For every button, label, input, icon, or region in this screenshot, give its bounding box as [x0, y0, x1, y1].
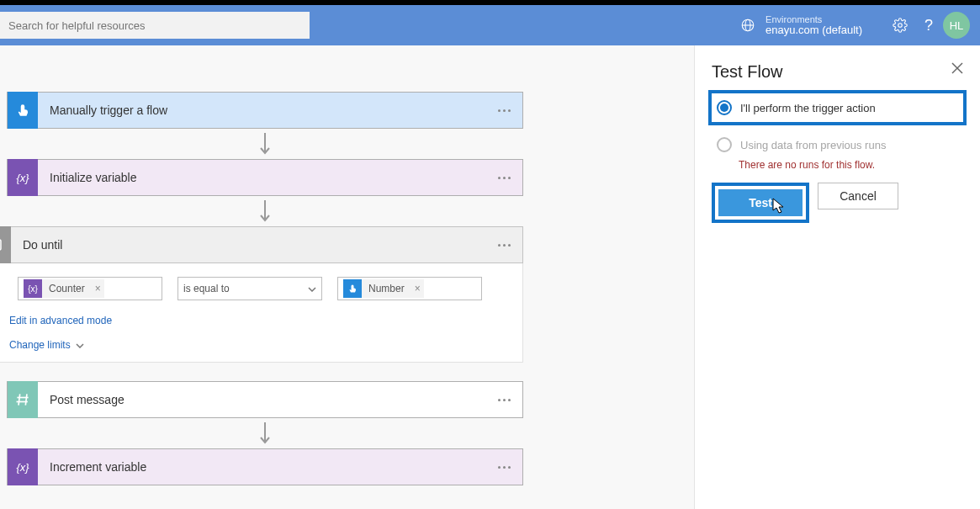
step-post-message[interactable]: Post message	[7, 381, 523, 418]
step-increment-label: Increment variable	[38, 460, 486, 474]
user-avatar[interactable]: HL	[943, 12, 970, 39]
close-icon[interactable]	[951, 62, 963, 77]
radio-unselected-icon	[717, 137, 732, 152]
svg-point-3	[898, 24, 903, 28]
svg-line-7	[19, 394, 20, 405]
condition-left-input[interactable]: {x}Counter×	[18, 277, 162, 300]
step-menu-icon[interactable]	[486, 109, 522, 112]
header-icons: ?	[893, 17, 933, 34]
test-button[interactable]: Test	[718, 189, 803, 216]
token-counter[interactable]: {x}Counter×	[24, 279, 104, 298]
remove-token-icon[interactable]: ×	[92, 279, 104, 298]
search-wrapper	[0, 12, 310, 39]
condition-operator-select[interactable]: is equal to	[177, 277, 322, 300]
change-limits-link[interactable]: Change limits	[9, 339, 84, 351]
touch-icon	[8, 92, 38, 129]
do-until-label: Do until	[11, 238, 486, 252]
arrow-down-icon	[7, 418, 523, 448]
step-menu-icon[interactable]	[486, 399, 522, 401]
cancel-button[interactable]: Cancel	[818, 183, 898, 209]
step-initialize-variable[interactable]: {x} Initialize variable	[7, 159, 523, 196]
env-name: enayu.com (default)	[765, 24, 862, 36]
radio-selected-icon	[717, 100, 732, 115]
step-menu-icon[interactable]	[486, 466, 522, 469]
chevron-down-icon	[308, 283, 316, 294]
variable-icon: {x}	[8, 448, 38, 485]
arrow-down-icon	[7, 196, 523, 226]
svg-rect-6	[0, 240, 1, 250]
step-menu-icon[interactable]	[486, 177, 522, 179]
hash-icon	[8, 381, 38, 418]
panel-title: Test Flow	[712, 62, 963, 82]
step-init-label: Initialize variable	[38, 171, 486, 184]
no-runs-message: There are no runs for this flow.	[739, 159, 963, 171]
token-number[interactable]: Number×	[343, 279, 424, 298]
globe-icon	[740, 18, 755, 33]
option-previous-runs: Using data from previous runs	[712, 130, 963, 159]
step-trigger[interactable]: Manually trigger a flow	[7, 92, 523, 129]
environment-picker[interactable]: Environments enayu.com (default)	[740, 14, 862, 36]
step-post-label: Post message	[38, 393, 486, 406]
arrow-down-icon	[7, 129, 523, 159]
test-flow-panel: Test Flow I'll perform the trigger actio…	[694, 45, 980, 509]
search-input[interactable]	[0, 12, 310, 39]
step-menu-icon[interactable]	[486, 244, 522, 247]
do-until-header[interactable]: Do until	[0, 226, 523, 263]
flow-canvas: Manually trigger a flow {x} Initialize v…	[0, 45, 694, 509]
condition-right-input[interactable]: Number×	[337, 277, 482, 300]
svg-line-8	[25, 394, 27, 405]
app-header: Environments enayu.com (default) ? HL	[0, 5, 980, 45]
help-icon[interactable]: ?	[924, 17, 933, 34]
step-trigger-label: Manually trigger a flow	[38, 103, 486, 117]
variable-icon: {x}	[8, 159, 38, 196]
loop-icon	[0, 226, 11, 263]
step-increment-variable[interactable]: {x} Increment variable	[7, 448, 523, 485]
step-do-until: Do until {x}Counter× is equal to	[0, 226, 523, 363]
cursor-icon	[772, 198, 786, 217]
test-button-highlight: Test	[712, 183, 809, 223]
chevron-down-icon	[76, 339, 84, 351]
edit-advanced-link[interactable]: Edit in advanced mode	[9, 315, 112, 326]
option-perform-trigger[interactable]: I'll perform the trigger action	[708, 90, 967, 125]
settings-icon[interactable]	[893, 18, 908, 33]
remove-token-icon[interactable]: ×	[411, 279, 424, 298]
